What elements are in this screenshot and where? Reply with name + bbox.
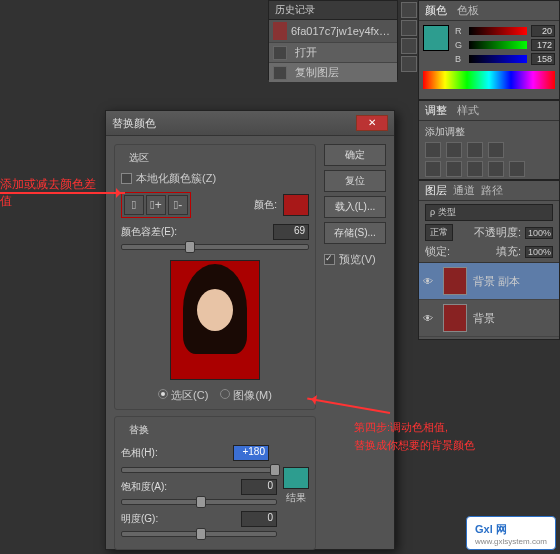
visibility-icon[interactable] <box>423 312 437 324</box>
eyedropper-icon[interactable]: 𖤘 <box>124 195 144 215</box>
layer-row[interactable]: 背景 副本 <box>419 263 559 300</box>
doc-name: 6fa017c7jw1ey4fx6ps4c... <box>291 25 393 37</box>
dock-icon[interactable] <box>401 20 417 36</box>
g-value[interactable]: 172 <box>531 39 555 51</box>
logo-text: Gxl 网 <box>475 523 507 535</box>
layer-row[interactable]: 背景 <box>419 300 559 337</box>
color-panel: 颜色 色板 R20 G172 B158 <box>418 0 560 100</box>
reset-button[interactable]: 复位 <box>324 170 386 192</box>
tab-swatches[interactable]: 色板 <box>457 3 479 18</box>
b-slider[interactable] <box>469 55 527 63</box>
tab-layers[interactable]: 图层 <box>425 183 447 198</box>
g-slider[interactable] <box>469 41 527 49</box>
dialog-title: 替换颜色 <box>112 116 156 131</box>
r-value[interactable]: 20 <box>531 25 555 37</box>
bw-icon[interactable] <box>467 161 483 177</box>
replace-group: 替换 色相(H): +180 饱和度(A): 0 <box>114 416 316 550</box>
layer-thumb <box>443 304 467 332</box>
opacity-value[interactable]: 100% <box>525 227 553 239</box>
save-button[interactable]: 存储(S)... <box>324 222 386 244</box>
filter-kind[interactable]: ρ 类型 <box>425 204 553 221</box>
curves-icon[interactable] <box>467 142 483 158</box>
layer-thumb <box>443 267 467 295</box>
spectrum-picker[interactable] <box>423 71 555 89</box>
foreground-color-swatch[interactable] <box>423 25 449 51</box>
tab-channels[interactable]: 通道 <box>453 183 475 198</box>
result-label: 结果 <box>286 491 306 505</box>
layer-name: 背景 <box>473 311 495 326</box>
dock-icon[interactable] <box>401 2 417 18</box>
close-icon[interactable]: ✕ <box>356 115 388 131</box>
source-color-swatch[interactable] <box>283 194 309 216</box>
result-color-swatch[interactable] <box>283 467 309 489</box>
tab-adjust[interactable]: 调整 <box>425 103 447 118</box>
hue-sat-icon[interactable] <box>425 161 441 177</box>
localized-checkbox[interactable] <box>121 173 132 184</box>
fill-value[interactable]: 100% <box>525 246 553 258</box>
panel-title: 历史记录 <box>269 1 397 20</box>
fill-label: 填充: <box>496 244 521 259</box>
eyedropper-tools: 𖤘 𖤘+ 𖤘- <box>121 192 191 218</box>
doc-thumb-icon <box>273 22 287 40</box>
tab-paths[interactable]: 路径 <box>481 183 503 198</box>
sat-label: 饱和度(A): <box>121 480 167 494</box>
fuzziness-input[interactable]: 69 <box>273 224 309 240</box>
preview-thumbnail[interactable] <box>170 260 260 380</box>
sat-slider[interactable] <box>121 499 277 505</box>
tab-styles[interactable]: 样式 <box>457 103 479 118</box>
tab-color[interactable]: 颜色 <box>425 3 447 18</box>
b-label: B <box>455 54 465 64</box>
group-title: 选区 <box>125 151 153 165</box>
lig-label: 明度(G): <box>121 512 158 526</box>
localized-label: 本地化颜色簇(Z) <box>136 171 216 186</box>
history-step[interactable]: 复制图层 <box>269 62 397 82</box>
r-slider[interactable] <box>469 27 527 35</box>
dock-icon[interactable] <box>401 56 417 72</box>
eyedropper-add-icon[interactable]: 𖤘+ <box>146 195 166 215</box>
step-label: 打开 <box>295 45 317 60</box>
history-step[interactable]: 打开 <box>269 42 397 62</box>
duplicate-icon <box>273 66 287 80</box>
preview-checkbox[interactable] <box>324 254 335 265</box>
step-label: 复制图层 <box>295 65 339 80</box>
color-balance-icon[interactable] <box>446 161 462 177</box>
add-adjust-label: 添加调整 <box>425 125 553 139</box>
b-value[interactable]: 158 <box>531 53 555 65</box>
group-title: 替换 <box>125 423 153 437</box>
radio-selection[interactable]: 选区(C) <box>158 388 208 403</box>
eyedropper-sub-icon[interactable]: 𖤘- <box>168 195 188 215</box>
layer-name: 背景 副本 <box>473 274 520 289</box>
annotation-text: 第四步:调动色相值,替换成你想要的背景颜色 <box>354 418 475 454</box>
lig-slider[interactable] <box>121 531 277 537</box>
preview-label: 预览(V) <box>339 252 376 267</box>
color-label: 颜色: <box>254 198 277 212</box>
layers-panel: 图层 通道 路径 ρ 类型 正常 不透明度: 100% 锁定: 填充: 100%… <box>418 180 560 340</box>
photo-filter-icon[interactable] <box>488 161 504 177</box>
blend-mode-select[interactable]: 正常 <box>425 224 453 241</box>
lig-input[interactable]: 0 <box>241 511 277 527</box>
selection-group: 选区 本地化颜色簇(Z) 𖤘 𖤘+ 𖤘- 颜色: 颜色容差(E): <box>114 144 316 410</box>
g-label: G <box>455 40 465 50</box>
fuzziness-label: 颜色容差(E): <box>121 225 177 239</box>
levels-icon[interactable] <box>446 142 462 158</box>
sat-input[interactable]: 0 <box>241 479 277 495</box>
hue-slider[interactable] <box>121 467 277 473</box>
brightness-icon[interactable] <box>425 142 441 158</box>
logo-url: www.gxlsystem.com <box>475 537 547 546</box>
dock-icon[interactable] <box>401 38 417 54</box>
load-button[interactable]: 载入(L)... <box>324 196 386 218</box>
visibility-icon[interactable] <box>423 275 437 287</box>
ok-button[interactable]: 确定 <box>324 144 386 166</box>
annotation-arrow-icon <box>0 192 125 194</box>
channel-mixer-icon[interactable] <box>509 161 525 177</box>
adjustments-panel: 调整 样式 添加调整 <box>418 100 560 180</box>
hue-input[interactable]: +180 <box>233 445 269 461</box>
history-panel: 历史记录 6fa017c7jw1ey4fx6ps4c... 打开 复制图层 <box>268 0 398 80</box>
history-doc[interactable]: 6fa017c7jw1ey4fx6ps4c... <box>269 20 397 42</box>
replace-color-dialog: 替换颜色 ✕ 选区 本地化颜色簇(Z) 𖤘 𖤘+ 𖤘- 颜色: <box>105 110 395 550</box>
r-label: R <box>455 26 465 36</box>
exposure-icon[interactable] <box>488 142 504 158</box>
fuzziness-slider[interactable] <box>121 244 309 250</box>
radio-image[interactable]: 图像(M) <box>220 388 272 403</box>
gxl-logo: Gxl 网 www.gxlsystem.com <box>466 516 556 550</box>
